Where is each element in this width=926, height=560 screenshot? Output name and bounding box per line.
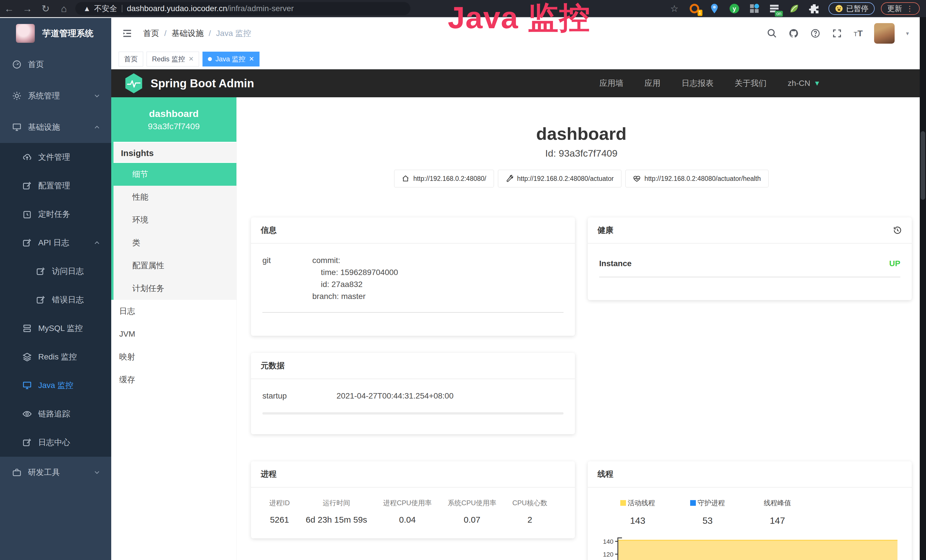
browser-menu-icon[interactable]: ⋮	[906, 4, 914, 13]
sidebar-item-scheduled-jobs[interactable]: 定时任务	[0, 200, 111, 229]
extension-pin-icon[interactable]	[709, 3, 720, 14]
tags-view-bar: 首页 Redis 监控 ✕ Java 监控 ✕	[111, 49, 926, 69]
insights-item-config-props[interactable]: 配置属性	[113, 254, 236, 277]
instance-item-jvm[interactable]: JVM	[111, 322, 236, 345]
tab-redis-monitor[interactable]: Redis 监控 ✕	[147, 51, 199, 67]
profile-paused-pill[interactable]: 已暂停	[828, 2, 875, 15]
threads-area-chart: 140 120 100	[599, 537, 900, 560]
help-icon[interactable]	[810, 28, 820, 38]
sidebar-item-system[interactable]: 系统管理	[0, 80, 111, 112]
sidebar-fold-icon[interactable]	[121, 28, 133, 38]
monitor-icon	[22, 381, 32, 390]
sba-nav-wallboard[interactable]: 应用墙	[599, 78, 623, 89]
breadcrumb-current: Java 监控	[216, 28, 251, 39]
browser-back-icon[interactable]: ←	[0, 0, 18, 17]
sidebar-item-home[interactable]: 首页	[0, 49, 111, 80]
annotation-java-monitor: Java 监控	[448, 0, 590, 39]
extension-orange-icon[interactable]: 1	[689, 3, 700, 14]
metadata-card: 元数据 startup 2021-04-27T00:44:31.254+08:0…	[251, 353, 575, 434]
instance-item-mappings[interactable]: 映射	[111, 345, 236, 368]
user-avatar[interactable]	[874, 23, 895, 44]
extension-grid-icon[interactable]	[749, 3, 760, 14]
sba-nav-applications[interactable]: 应用	[645, 78, 661, 89]
breadcrumb-home[interactable]: 首页	[143, 28, 159, 39]
breadcrumb: 首页 / 基础设施 / Java 监控	[143, 28, 251, 39]
address-bar[interactable]: ▲ 不安全 dashboard.yudao.iocoder.cn/infra/a…	[75, 2, 410, 15]
sidebar-item-dev-tools[interactable]: 研发工具	[0, 457, 111, 488]
history-icon[interactable]	[893, 226, 902, 235]
brand-logo-avatar	[16, 24, 35, 43]
insights-item-details[interactable]: 细节	[111, 163, 236, 186]
instance-item-logs[interactable]: 日志	[111, 300, 236, 322]
edit-icon	[36, 266, 45, 276]
extension-count-badge: 1	[698, 10, 702, 16]
metadata-value: 2021-04-27T00:44:31.254+08:00	[336, 390, 454, 402]
sidebar-item-error-logs[interactable]: 错误日志	[0, 286, 111, 314]
not-secure-icon: ▲	[83, 4, 91, 13]
sidebar-item-mysql-monitor[interactable]: MySQL 监控	[0, 314, 111, 343]
edit-icon	[22, 238, 32, 248]
divider	[262, 312, 563, 313]
sba-nav-about[interactable]: 关于我们	[735, 78, 767, 89]
sidebar-item-file-management[interactable]: 文件管理	[0, 143, 111, 171]
font-size-icon[interactable]: TT	[853, 29, 863, 38]
insights-item-environment[interactable]: 环境	[113, 209, 236, 232]
actuator-url-button[interactable]: http://192.168.0.2:48080/actuator	[498, 170, 622, 188]
admin-app: 芋道管理系统 首页 系统管理 基础设施 文件管理 配置管理	[0, 17, 926, 560]
insights-item-classes[interactable]: 类	[113, 232, 236, 254]
bookmark-star-icon[interactable]: ☆	[670, 3, 678, 14]
close-icon[interactable]: ✕	[189, 55, 194, 63]
sidebar-item-config-management[interactable]: 配置管理	[0, 171, 111, 200]
sidebar-item-log-center[interactable]: 日志中心	[0, 428, 111, 457]
update-label: 更新	[887, 4, 902, 14]
close-icon[interactable]: ✕	[249, 55, 254, 63]
chevron-down-icon: ▼	[814, 79, 820, 87]
browser-reload-icon[interactable]: ↻	[36, 0, 55, 17]
extension-lines-on-icon[interactable]: on	[769, 3, 780, 14]
instance-header[interactable]: dashboard 93a3fc7f7409	[111, 97, 236, 142]
browser-forward-icon[interactable]: →	[18, 0, 36, 17]
brand[interactable]: 芋道管理系统	[0, 18, 111, 49]
browser-home-icon[interactable]: ⌂	[55, 0, 73, 17]
user-menu-caret-icon[interactable]: ▾	[906, 30, 909, 37]
page-title: dashboard	[251, 124, 912, 144]
sidebar-item-api-logs[interactable]: API 日志	[0, 229, 111, 257]
search-icon[interactable]	[767, 28, 777, 38]
chevron-down-icon	[93, 468, 101, 477]
health-url-button[interactable]: http://192.168.0.2:48080/actuator/health	[625, 170, 769, 188]
sidebar-item-infrastructure[interactable]: 基础设施	[0, 112, 111, 143]
extension-green-circle-icon[interactable]: y	[729, 3, 740, 14]
health-card: 健康 Instance UP	[588, 217, 912, 300]
locale-selector[interactable]: zh-CN ▼	[788, 79, 820, 88]
process-card-title: 进程	[261, 469, 277, 480]
home-icon	[402, 175, 409, 182]
sidebar-item-tracing[interactable]: 链路追踪	[0, 400, 111, 428]
health-instance-row[interactable]: Instance UP	[599, 254, 900, 277]
active-threads-value: 143	[616, 516, 659, 526]
insights-item-scheduled-tasks[interactable]: 计划任务	[113, 277, 236, 300]
sidebar-item-redis-monitor[interactable]: Redis 监控	[0, 343, 111, 371]
cloud-upload-icon	[22, 152, 32, 162]
extensions-puzzle-icon[interactable]	[808, 3, 820, 14]
github-icon[interactable]	[788, 28, 799, 38]
tab-java-monitor[interactable]: Java 监控 ✕	[203, 51, 260, 67]
sba-nav-journal[interactable]: 日志报表	[682, 78, 714, 89]
instance-item-caches[interactable]: 缓存	[111, 368, 236, 391]
service-url-button[interactable]: http://192.168.0.2:48080/	[394, 170, 494, 188]
insights-item-metrics[interactable]: 性能	[113, 186, 236, 209]
instance-content: dashboard Id: 93a3fc7f7409 http://192.16…	[237, 97, 926, 560]
fullscreen-icon[interactable]	[832, 28, 842, 38]
threads-card-title: 线程	[598, 469, 613, 480]
extension-leaf-icon[interactable]	[788, 3, 800, 14]
spring-boot-admin-logo	[124, 73, 143, 94]
scrollbar-thumb[interactable]	[921, 131, 925, 200]
breadcrumb-infrastructure[interactable]: 基础设施	[172, 28, 204, 39]
browser-update-button[interactable]: 更新 ⋮	[881, 2, 920, 15]
briefcase-icon	[12, 468, 22, 477]
page-scrollbar[interactable]	[920, 17, 926, 560]
tab-home[interactable]: 首页	[119, 51, 143, 67]
sidebar-item-access-logs[interactable]: 访问日志	[0, 257, 111, 286]
sidebar-item-java-monitor[interactable]: Java 监控	[0, 371, 111, 400]
chevron-up-icon	[93, 239, 101, 247]
url-domain: dashboard.yudao.iocoder.cn	[127, 4, 227, 13]
